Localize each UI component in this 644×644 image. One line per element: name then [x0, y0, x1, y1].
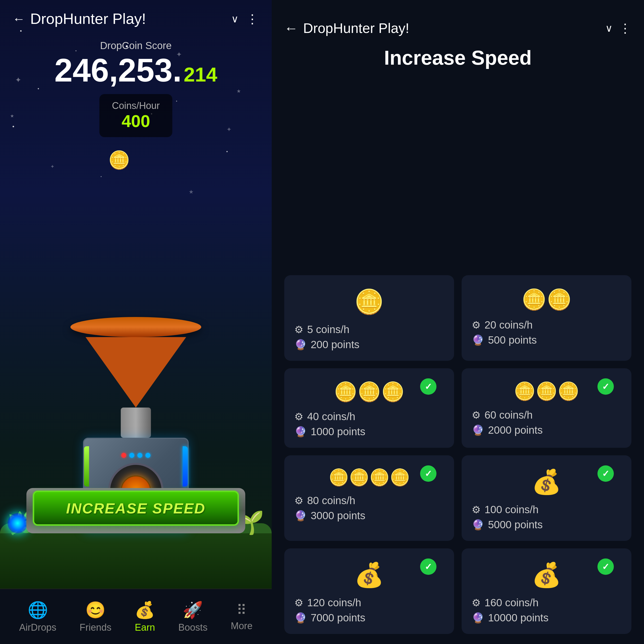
check-badge-40: ✓ — [420, 378, 436, 395]
speed-points-value-40: 1000 points — [311, 426, 365, 438]
speed-stat-points-160: 🔮 10000 points — [472, 612, 549, 624]
right-more-icon[interactable]: ⋮ — [619, 21, 631, 35]
coins-hour-label: Coins/Hour — [112, 100, 160, 111]
coins-per-hour-box: Coins/Hour 400 — [99, 94, 172, 137]
earn-icon: 💰 — [135, 600, 155, 620]
speed-points-icon-40: 🔮 — [294, 426, 307, 438]
right-top-bar: ← DropHunter Play! ∨ ⋮ — [284, 10, 631, 41]
right-panel-title: Increase Speed — [284, 46, 631, 263]
speed-card-5[interactable]: 🪙 ⚙ 5 coins/h 🔮 200 points — [284, 275, 454, 361]
funnel-disc — [70, 317, 201, 337]
speed-coins-icon-160: ⚙ — [472, 597, 481, 609]
speed-info-40: ⚙ 40 coins/h 🔮 1000 points — [294, 411, 365, 438]
speed-info-80: ⚙ 80 coins/h 🔮 3000 points — [294, 495, 365, 522]
flying-coin-icon: 🪙 — [108, 150, 130, 170]
speed-coins-value-100: 100 coins/h — [485, 504, 539, 516]
speed-card-100[interactable]: 💰 ✓ ⚙ 100 coins/h 🔮 5000 points — [462, 455, 631, 541]
machine-lights — [121, 453, 150, 458]
ground — [0, 533, 272, 589]
speed-coins-value-80: 80 coins/h — [307, 495, 355, 507]
green-strip-left — [84, 446, 89, 487]
speed-stat-coins-80: ⚙ 80 coins/h — [294, 495, 365, 507]
left-panel: ✦ ✦ ✦ ✦ ★ ★ ★ ← DropHunter Play! ∨ ⋮ Dro… — [0, 0, 272, 644]
score-number: 246,253. — [54, 54, 182, 87]
blue-strip-right — [183, 446, 188, 487]
speed-stat-points-40: 🔮 1000 points — [294, 426, 365, 438]
speed-points-icon-100: 🔮 — [472, 519, 484, 531]
speed-points-value-5: 200 points — [311, 339, 359, 351]
speed-stat-coins-120: ⚙ 120 coins/h — [294, 597, 365, 609]
nav-boosts[interactable]: 🚀 Boosts — [178, 600, 208, 633]
speed-points-value-60: 2000 points — [488, 424, 543, 436]
speed-info-120: ⚙ 120 coins/h 🔮 7000 points — [294, 597, 365, 624]
score-display: 246,253. 214 — [54, 54, 217, 87]
speed-coins-icon-20: ⚙ — [472, 319, 481, 331]
coin-icon-5: 🪙 — [294, 288, 444, 316]
speed-card-40[interactable]: 🪙🪙🪙 ✓ ⚙ 40 coins/h 🔮 1000 points — [284, 368, 454, 448]
speed-card-60[interactable]: 🪙🪙🪙 ✓ ⚙ 60 coins/h 🔮 2000 points — [462, 368, 631, 448]
speed-points-icon-20: 🔮 — [472, 334, 484, 346]
speed-points-value-100: 5000 points — [488, 519, 543, 531]
speed-stat-points-60: 🔮 2000 points — [472, 424, 543, 436]
speed-stat-coins-60: ⚙ 60 coins/h — [472, 409, 543, 421]
speed-points-icon-160: 🔮 — [472, 612, 484, 624]
funnel-neck — [121, 408, 151, 438]
increase-speed-button[interactable]: INCREASE SPEED — [33, 491, 239, 526]
nav-friends[interactable]: 😊 Friends — [79, 600, 111, 633]
speed-coins-value-5: 5 coins/h — [307, 324, 349, 336]
right-back-button[interactable]: ← — [284, 20, 298, 36]
coin-icon-20: 🪙🪙 — [472, 288, 621, 311]
game-scene: 🌿 🌱 🪙 — [0, 137, 272, 589]
back-button[interactable]: ← — [13, 12, 25, 26]
speed-points-icon-60: 🔮 — [472, 424, 484, 436]
speed-info-5: ⚙ 5 coins/h 🔮 200 points — [294, 324, 359, 351]
increase-speed-label: INCREASE SPEED — [66, 500, 206, 517]
speed-stat-coins-5: ⚙ 5 coins/h — [294, 324, 359, 336]
boosts-label: Boosts — [178, 622, 208, 633]
speed-grid: 🪙 ⚙ 5 coins/h 🔮 200 points 🪙🪙 ⚙ — [284, 275, 631, 634]
speed-stat-points-80: 🔮 3000 points — [294, 510, 365, 522]
speed-points-value-120: 7000 points — [311, 612, 365, 624]
speed-card-20[interactable]: 🪙🪙 ⚙ 20 coins/h 🔮 500 points — [462, 275, 631, 361]
speed-coins-value-40: 40 coins/h — [307, 411, 355, 423]
more-options-icon[interactable]: ⋮ — [246, 12, 259, 26]
speed-stat-points-5: 🔮 200 points — [294, 339, 359, 351]
speed-card-160[interactable]: 💰 ✓ ⚙ 160 coins/h 🔮 10000 points — [462, 548, 631, 634]
check-badge-120: ✓ — [420, 558, 436, 575]
speed-info-20: ⚙ 20 coins/h 🔮 500 points — [472, 319, 537, 346]
speed-points-icon-120: 🔮 — [294, 612, 307, 624]
speed-stat-coins-100: ⚙ 100 coins/h — [472, 504, 543, 516]
more-icon: ⠿ — [236, 602, 247, 618]
chevron-down-icon[interactable]: ∨ — [231, 13, 238, 25]
speed-coins-value-20: 20 coins/h — [485, 319, 533, 331]
header-left: ← DropHunter Play! — [13, 10, 146, 27]
header-right: ∨ ⋮ — [231, 12, 259, 26]
nav-airdrops[interactable]: 🌐 AirDrops — [19, 600, 56, 633]
speed-stat-coins-160: ⚙ 160 coins/h — [472, 597, 549, 609]
light-blue-2 — [137, 453, 142, 458]
right-panel: ← DropHunter Play! ∨ ⋮ Increase Speed 🪙 … — [272, 0, 644, 644]
speed-info-100: ⚙ 100 coins/h 🔮 5000 points — [472, 504, 543, 531]
check-badge-160: ✓ — [597, 558, 614, 575]
earn-label: Earn — [135, 622, 155, 633]
boosts-icon: 🚀 — [183, 600, 203, 620]
check-badge-80: ✓ — [420, 465, 436, 482]
funnel-body — [86, 337, 186, 408]
speed-card-120[interactable]: 💰 ✓ ⚙ 120 coins/h 🔮 7000 points — [284, 548, 454, 634]
right-chevron-icon[interactable]: ∨ — [605, 22, 613, 34]
nav-more[interactable]: ⠿ More — [231, 602, 253, 631]
speed-coins-value-160: 160 coins/h — [485, 597, 539, 609]
speed-card-80[interactable]: 🪙🪙🪙🪙 ✓ ⚙ 80 coins/h 🔮 3000 points — [284, 455, 454, 541]
coin-icon-160: 💰 ✓ — [472, 561, 621, 589]
nav-earn[interactable]: 💰 Earn — [135, 600, 155, 633]
check-badge-100: ✓ — [597, 465, 614, 482]
speed-stat-points-20: 🔮 500 points — [472, 334, 537, 346]
coin-icon-60: 🪙🪙🪙 ✓ — [472, 381, 621, 401]
speed-coins-icon-5: ⚙ — [294, 324, 303, 335]
speed-coins-icon-120: ⚙ — [294, 597, 303, 609]
coin-icon-40: 🪙🪙🪙 ✓ — [294, 381, 444, 403]
speed-points-value-160: 10000 points — [488, 612, 549, 624]
check-badge-60: ✓ — [597, 378, 614, 395]
coin-icon-120: 💰 ✓ — [294, 561, 444, 589]
speed-coins-icon-100: ⚙ — [472, 504, 481, 515]
